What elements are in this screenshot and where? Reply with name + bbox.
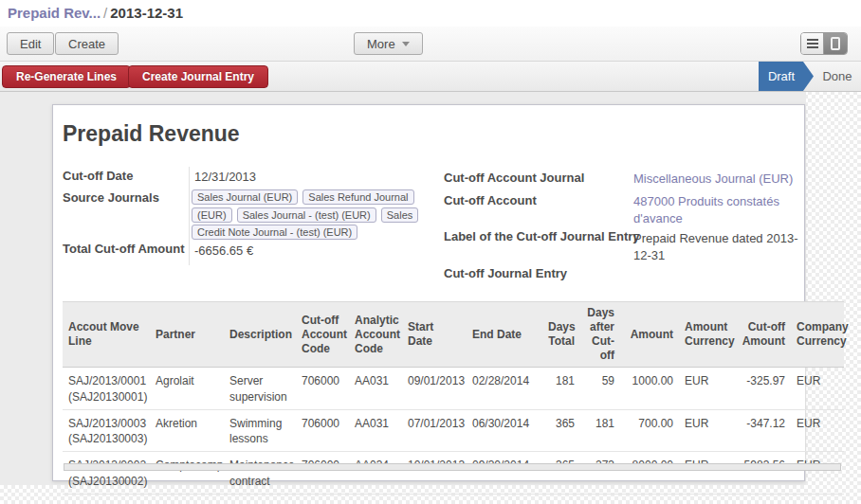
cell-days-total: 365 (542, 409, 580, 452)
create-button[interactable]: Create (55, 32, 119, 55)
journal-entry-label-label: Label of the Cut-off Journal Entry (444, 229, 643, 245)
column-header-analytic-account-code[interactable]: Analytic Account Code (349, 302, 402, 368)
view-switcher (800, 32, 848, 55)
cell-start-date: 10/01/2013 (402, 452, 467, 495)
cell-move-line: SAJ/2013/0001 (SAJ20130001) (63, 368, 150, 410)
cell-cutoff-account-code: 706000 (296, 409, 349, 452)
field-column-divider (189, 167, 190, 265)
cell-amount-currency: EUR (679, 452, 732, 495)
cell-amount: 8000.00 (620, 452, 679, 495)
table-header-row: Accout Move Line Partner Description Cut… (63, 302, 844, 368)
list-view-button[interactable] (801, 33, 824, 54)
cell-end-date: 02/28/2014 (467, 368, 542, 410)
cell-cutoff-amount: -325.97 (732, 368, 791, 410)
cutoff-date-label: Cut-off Date (63, 169, 188, 185)
total-cutoff-amount-value: -6656.65 € (194, 243, 431, 260)
cell-analytic-account-code: AA034 (349, 452, 402, 495)
journal-tag: Sales Journal - (test) (EUR) (237, 207, 376, 223)
chevron-down-icon (402, 42, 410, 46)
status-draft: Draft (759, 62, 814, 91)
form-button-row: Edit Create More (0, 27, 861, 62)
breadcrumb: Prepaid Rev.../2013-12-31 (8, 5, 183, 21)
cell-company-currency: EUR (791, 452, 844, 495)
more-button-label: More (367, 37, 395, 51)
cell-days-total: 181 (542, 368, 580, 410)
cell-days-after-cutoff: 273 (580, 452, 620, 495)
cutoff-account-journal-label: Cut-off Account Journal (444, 171, 643, 187)
cell-amount: 700.00 (620, 409, 679, 452)
cell-cutoff-amount: -5983.56 (732, 452, 791, 495)
column-header-partner[interactable]: Partner (150, 302, 224, 368)
regenerate-lines-button[interactable]: Re-Generate Lines (2, 65, 131, 88)
cell-amount-currency: EUR (679, 409, 732, 452)
statusbar: Draft Done (759, 62, 861, 91)
cell-partner: Akretion (150, 409, 224, 452)
cell-move-line: SAJ/2013/0003 (SAJ20130003) (63, 409, 150, 452)
journal-tag: Sales Journal (EUR) (192, 189, 298, 205)
cutoff-journal-entry-label: Cut-off Journal Entry (444, 266, 643, 282)
horizontal-scrollbar[interactable] (64, 463, 841, 471)
cell-days-after-cutoff: 59 (580, 368, 620, 410)
cell-partner: Agrolait (150, 368, 224, 410)
edit-button[interactable]: Edit (7, 32, 54, 55)
cell-partner: Camptocamp (150, 452, 224, 495)
cell-days-total: 365 (542, 452, 580, 495)
cell-company-currency: EUR (791, 409, 844, 452)
cell-analytic-account-code: AA031 (349, 368, 402, 410)
status-done: Done (814, 62, 861, 91)
journal-entry-label-value: Prepaid Revenue dated 2013-12-31 (633, 230, 800, 263)
column-header-start-date[interactable]: Start Date (402, 302, 467, 368)
column-header-end-date[interactable]: End Date (467, 302, 542, 368)
list-icon (807, 39, 818, 48)
table-row[interactable]: SAJ/2013/0002 (SAJ20130002) Camptocamp M… (63, 452, 844, 495)
cell-description: Server supervision (224, 368, 296, 410)
breadcrumb-parent-link[interactable]: Prepaid Rev... (8, 5, 101, 21)
cell-cutoff-account-code: 706000 (296, 452, 349, 495)
cell-company-currency: EUR (791, 368, 844, 410)
column-header-description[interactable]: Description (224, 302, 296, 368)
cell-description: Maintenance contract (224, 452, 296, 495)
source-journals-label: Source Journals (63, 190, 188, 207)
total-cutoff-amount-label: Total Cut-off Amount (63, 242, 188, 258)
column-header-cutoff-amount[interactable]: Cut-off Amount (732, 302, 791, 368)
page-title: Prepaid Revenue (63, 121, 240, 147)
column-header-amount-currency[interactable]: Amount Currency (679, 302, 732, 368)
column-header-cutoff-account-code[interactable]: Cut-off Account Code (296, 302, 349, 368)
source-journals-tags: Sales Journal (EUR) Sales Refund Journal… (192, 189, 423, 242)
cell-cutoff-account-code: 706000 (296, 368, 349, 410)
cell-end-date: 06/30/2014 (467, 409, 542, 452)
breadcrumb-current: 2013-12-31 (110, 5, 183, 21)
cell-days-after-cutoff: 181 (580, 409, 620, 452)
form-icon (831, 37, 840, 50)
form-view-button[interactable] (824, 33, 847, 54)
cell-description: Swimming lessons (224, 409, 296, 452)
breadcrumb-separator: / (101, 5, 110, 21)
cell-amount: 1000.00 (620, 368, 679, 410)
table-row[interactable]: SAJ/2013/0003 (SAJ20130003) Akretion Swi… (63, 409, 844, 452)
cell-analytic-account-code: AA031 (349, 409, 402, 452)
cell-cutoff-amount: -347.12 (732, 409, 791, 452)
column-header-days-total[interactable]: Days Total (542, 302, 580, 368)
action-bar: Re-Generate Lines Create Journal Entry D… (0, 62, 861, 92)
cell-amount-currency: EUR (679, 368, 732, 410)
column-header-account-move-line[interactable]: Accout Move Line (63, 302, 150, 368)
more-button[interactable]: More (354, 32, 423, 55)
odoo-prepaid-revenue-form: { "breadcrumb": { "parent": "Prepaid Rev… (0, 0, 861, 504)
cell-end-date: 09/30/2014 (467, 452, 542, 495)
cell-start-date: 07/01/2013 (402, 409, 467, 452)
column-header-amount[interactable]: Amount (620, 302, 679, 368)
cutoff-account-journal-link[interactable]: Miscellaneous Journal (EUR) (633, 171, 800, 188)
sheet-right-border (804, 104, 805, 301)
cell-move-line: SAJ/2013/0002 (SAJ20130002) (63, 452, 150, 495)
cutoff-account-label: Cut-off Account (444, 193, 643, 209)
column-header-company-currency[interactable]: Company Currency (791, 302, 844, 368)
table-row[interactable]: SAJ/2013/0001 (SAJ20130001) Agrolait Ser… (63, 368, 844, 410)
top-bar: Prepaid Rev.../2013-12-31 (0, 0, 861, 27)
cell-start-date: 09/01/2013 (402, 368, 467, 410)
create-journal-entry-button[interactable]: Create Journal Entry (128, 65, 268, 88)
column-header-days-after-cutoff[interactable]: Days after Cut-off (580, 302, 620, 368)
cutoff-account-link[interactable]: 487000 Produits constatés d'avance (633, 193, 800, 226)
cutoff-date-value: 12/31/2013 (194, 169, 431, 186)
